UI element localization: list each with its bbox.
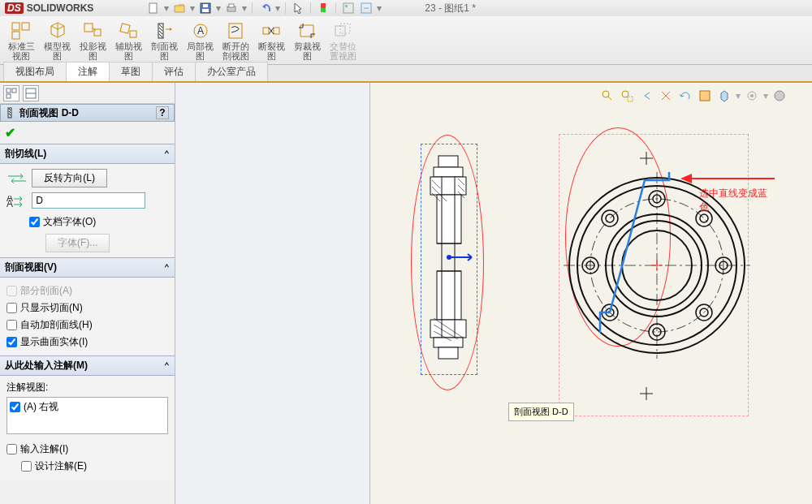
solidworks-logo-icon: DS	[5, 2, 24, 14]
crop-view-button[interactable]: 剪裁视图	[289, 18, 325, 62]
cutline-section-header[interactable]: 剖切线(L)⌃	[0, 144, 175, 164]
model-view-icon	[45, 19, 68, 41]
svg-rect-23	[274, 28, 279, 34]
svg-rect-12	[22, 23, 29, 30]
alt-pos-view-button[interactable]: 交替位置视图	[325, 18, 361, 62]
scene-icon[interactable]	[744, 88, 760, 104]
svg-rect-2	[202, 9, 209, 12]
break-view-button[interactable]: 断裂视图	[253, 18, 289, 62]
font-button[interactable]: 字体(F)...	[45, 234, 110, 252]
pm-tree-icon[interactable]	[3, 85, 19, 101]
svg-rect-47	[438, 347, 458, 359]
quick-access-toolbar: ▾ ▾ ▾ ▾ ▾ ▾	[146, 0, 382, 16]
detail-view-button[interactable]: A 局部视图	[182, 18, 218, 62]
red-annotation-text: 选中直线变成蓝色	[699, 187, 767, 214]
std-three-view-icon	[10, 19, 32, 41]
auto-hatch-checkbox[interactable]	[6, 320, 17, 330]
options-icon[interactable]	[341, 1, 356, 15]
cut-letter-icon: AA	[6, 196, 29, 207]
tab-evaluate[interactable]: 评估	[152, 62, 196, 81]
svg-rect-24	[335, 26, 345, 36]
zoom-fit-icon[interactable]	[599, 88, 615, 104]
annot-view-list[interactable]: (A) 右视	[6, 397, 168, 434]
svg-rect-16	[120, 23, 130, 32]
tab-annotation[interactable]: 注解	[66, 62, 110, 81]
aux-view-button[interactable]: 辅助视图	[110, 18, 146, 62]
design-annot-checkbox[interactable]	[21, 461, 32, 472]
right-view-checkbox[interactable]	[10, 402, 20, 412]
broken-section-button[interactable]: 断开的剖视图	[218, 18, 253, 62]
section-view-body: 部分剖面(A) 只显示切面(N) 自动加剖面线(H) 显示曲面实体(I)	[0, 278, 175, 355]
svg-rect-0	[149, 3, 157, 13]
only-surface-checkbox[interactable]	[6, 303, 17, 313]
pm-title-bar: 剖面视图 D-D ?	[0, 104, 175, 122]
pointer-icon[interactable]	[291, 1, 305, 15]
tab-view-layout[interactable]: 视图布局	[3, 62, 67, 81]
broken-section-icon	[224, 19, 247, 41]
section-view-button[interactable]: 剖面视图	[146, 18, 182, 62]
std-three-view-button[interactable]: 标准三视图	[3, 18, 39, 62]
input-annot-checkbox[interactable]	[6, 444, 17, 454]
svg-point-34	[622, 91, 628, 97]
section-toggle-icon[interactable]	[658, 88, 674, 104]
middle-panel	[175, 83, 370, 504]
section-view-icon	[153, 19, 175, 41]
svg-rect-36	[700, 91, 710, 101]
pm-help-button[interactable]: ?	[156, 106, 169, 119]
projected-view-button[interactable]: 投影视图	[75, 18, 110, 62]
property-manager-panel: 剖面视图 D-D ? ✔ 剖切线(L)⌃ 反转方向(L) AA 文档字体(O) …	[0, 83, 175, 504]
cut-letter-input[interactable]	[32, 192, 145, 209]
annotation-section-body: 注解视图: (A) 右视 输入注解(I) 设计注解(E)	[0, 376, 175, 480]
collapse-icon: ⌃	[164, 149, 170, 160]
print-icon[interactable]	[224, 1, 239, 15]
aux-view-icon	[117, 19, 140, 41]
display-style-icon[interactable]	[697, 88, 713, 104]
svg-point-39	[775, 91, 784, 101]
open-icon[interactable]	[172, 1, 187, 15]
annot-view-label: 注解视图:	[6, 381, 48, 393]
doc-font-checkbox[interactable]	[29, 217, 40, 227]
svg-point-58	[700, 214, 708, 222]
ribbon-toolbar: 标准三视图 模型视图 投影视图 辅助视图 剖面视图 A 局部视图 断开的剖视图 …	[0, 16, 812, 65]
svg-rect-41	[434, 167, 463, 177]
collapse-icon: ⌃	[164, 360, 170, 372]
section-view-header[interactable]: 剖面视图(V)⌃	[0, 257, 175, 278]
save-icon[interactable]	[198, 1, 213, 15]
tab-sketch[interactable]: 草图	[109, 62, 153, 81]
doc-font-label: 文档字体(O)	[43, 215, 96, 229]
section-view-label[interactable]: 剖面视图 D-D	[508, 403, 574, 421]
title-bar: DS SOLIDWORKS 23 - 图纸1 *	[0, 0, 812, 16]
annotation-section-header[interactable]: 从此处输入注解(M)⌃	[0, 355, 175, 376]
svg-rect-22	[263, 28, 269, 34]
svg-rect-11	[12, 23, 19, 30]
svg-rect-43	[437, 195, 461, 243]
pm-ok-icon[interactable]: ✔	[5, 126, 15, 140]
svg-point-38	[750, 94, 754, 97]
link-icon[interactable]	[359, 1, 374, 15]
drawing-canvas[interactable]: ▾ ▾	[370, 83, 812, 504]
rebuild-icon[interactable]	[316, 1, 330, 15]
section-view-title-icon	[6, 107, 17, 118]
detail-view-icon: A	[188, 19, 211, 41]
cutline-section-body: 反转方向(L) AA 文档字体(O) 字体(F)...	[0, 164, 175, 257]
hide-show-icon[interactable]	[771, 88, 788, 104]
view-cube-icon[interactable]	[716, 88, 732, 104]
zoom-area-icon[interactable]	[619, 88, 635, 104]
pm-display-icon[interactable]	[23, 85, 39, 101]
svg-rect-13	[12, 32, 19, 39]
model-view-button[interactable]: 模型视图	[39, 18, 75, 62]
tab-office[interactable]: 办公室产品	[195, 62, 268, 81]
show-surface-checkbox[interactable]	[6, 337, 17, 347]
rotate-view-icon[interactable]	[677, 88, 693, 104]
svg-rect-7	[321, 3, 326, 8]
pm-ok-bar: ✔	[0, 122, 175, 144]
svg-rect-5	[229, 4, 234, 7]
svg-point-48	[447, 256, 451, 259]
new-doc-icon[interactable]	[146, 1, 161, 15]
crop-view-icon	[296, 19, 318, 41]
reverse-direction-button[interactable]: 反转方向(L)	[32, 169, 107, 187]
app-name: SOLIDWORKS	[27, 2, 94, 14]
svg-rect-35	[628, 97, 633, 101]
undo-icon[interactable]	[257, 1, 272, 15]
prev-view-icon[interactable]	[638, 88, 654, 104]
